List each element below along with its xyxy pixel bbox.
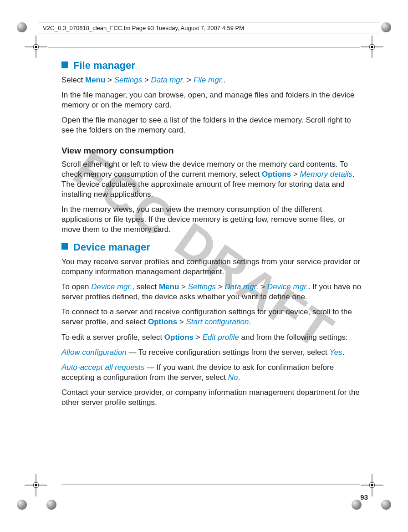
view-memory-p1: Scroll either right or left to view the … [61,159,362,200]
crop-mark-tl [25,36,47,58]
device-manager-p3: To connect to a server and receive confi… [61,307,362,327]
crop-mark-bl [25,474,47,496]
svg-point-11 [35,484,37,486]
square-bullet-icon [61,243,68,250]
device-manager-heading: Device manager [61,241,362,254]
device-manager-title-text: Device manager [73,241,150,253]
crop-line-bottom [61,485,360,485]
view-memory-heading: View memory consumption [61,145,362,157]
square-bullet-icon [61,61,68,68]
registration-disc-tl [14,19,30,36]
data-mgr-term: Data mgr. [151,76,185,84]
menu-term: Menu [159,282,179,291]
no-term: No [228,373,238,382]
crop-line-top [48,47,360,47]
device-mgr-term: Device mgr. [267,282,308,291]
svg-point-3 [35,46,37,48]
file-manager-title-text: File manager [73,60,135,71]
options-term: Options [148,317,177,326]
device-manager-p2: To open Device mgr., select Menu > Setti… [61,282,362,302]
registration-disc-tr [378,19,394,36]
options-term: Options [164,333,194,342]
content-area: File manager Select Menu > Settings > Da… [61,53,362,413]
file-manager-desc-2: Open the file manager to see a list of t… [61,115,362,135]
file-manager-path: Select Menu > Settings > Data mgr. > Fil… [61,75,362,85]
crop-mark-tr [361,36,383,58]
file-manager-desc-1: In the file manager, you can browse, ope… [61,90,362,110]
data-mgr-term: Data mgr. [224,282,258,291]
print-header: V2G_0.3_070618_clean_FCC.fm Page 93 Tues… [38,22,380,34]
options-term: Options [262,170,291,179]
svg-point-15 [371,484,373,486]
device-manager-p6: Auto-accept all requests — If you want t… [61,363,362,383]
device-manager-p5: Allow configuration — To receive configu… [61,348,362,358]
page-number: 93 [360,493,368,501]
device-mgr-term: Device mgr. [91,282,132,291]
device-manager-p4: To edit a server profile, select Options… [61,332,362,343]
registration-disc-bl2 [43,496,60,513]
device-manager-p1: You may receive server profiles and conf… [61,257,362,277]
view-memory-p2: In the memory views, you can view the me… [61,205,362,235]
registration-disc-bl [14,496,30,513]
registration-disc-br [378,496,394,513]
start-configuration-term: Start configuration [186,317,249,326]
file-manager-heading: File manager [61,59,362,72]
print-header-text: V2G_0.3_070618_clean_FCC.fm Page 93 Tues… [43,25,244,31]
file-mgr-term: File mgr. [194,76,224,84]
auto-accept-term: Auto-accept all requests [61,363,144,372]
menu-term: Menu [85,76,105,84]
settings-term: Settings [114,76,142,84]
page: V2G_0.3_070618_clean_FCC.fm Page 93 Tues… [0,0,408,532]
allow-configuration-term: Allow configuration [61,348,127,357]
svg-point-7 [371,46,373,48]
settings-term: Settings [188,282,216,291]
memory-details-term: Memory details [300,170,352,179]
device-manager-p7: Contact your service provider, or compan… [61,388,362,408]
edit-profile-term: Edit profile [202,333,239,342]
yes-term: Yes [329,348,342,357]
